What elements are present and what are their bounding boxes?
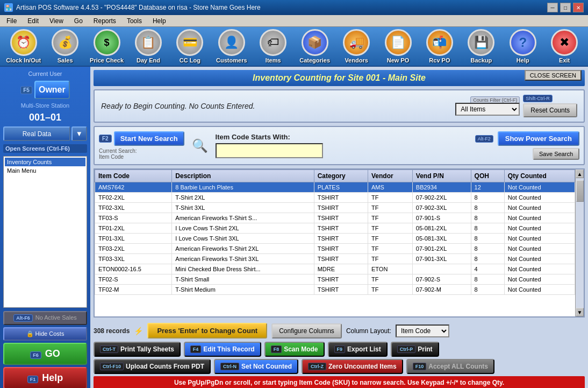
toolbar-backup[interactable]: 💾 Backup (462, 29, 500, 64)
vertical-scrollbar[interactable]: ▲ ▼ (575, 170, 584, 316)
counts-filter-select[interactable]: All Items Not Counted Counted (455, 103, 520, 116)
toolbar-clock[interactable]: ⏰ Clock In/Out (4, 29, 42, 64)
scroll-down-btn[interactable]: ▼ (576, 308, 584, 316)
menu-reports[interactable]: Reports (89, 16, 120, 26)
help-toolbar-icon: ? (510, 29, 536, 56)
new-po-icon: 📄 (385, 29, 412, 56)
menu-go[interactable]: Go (70, 16, 87, 26)
toolbar-sales[interactable]: 💰 Sales (46, 29, 84, 64)
accept-all-counts-btn: F10 Accept ALL Counts (406, 359, 494, 374)
search-input[interactable] (216, 143, 323, 158)
table-row[interactable]: TF03-2XLAmerican Fireworks T-Shirt 2XLTS… (95, 244, 575, 254)
bottom-bar: 308 records ⚡ Press 'Enter' to Change Co… (94, 321, 585, 388)
col-vend-pn[interactable]: Vend P/N (412, 170, 471, 182)
cc-log-icon: 💳 (176, 29, 203, 56)
close-screen-button[interactable]: CLOSE SCREEN (525, 70, 582, 81)
menu-edit[interactable]: Edit (23, 16, 43, 26)
exit-icon: ✖ (551, 29, 578, 56)
current-search-value: Item Code (99, 154, 124, 160)
records-row: 308 records ⚡ Press 'Enter' to Change Co… (94, 323, 585, 338)
table-row[interactable]: TF01-2XLI Love Cows T-Shirt 2XLTSHIRTTF0… (95, 223, 575, 234)
shift-ctrl-r-badge: Shift-Ctrl-R (523, 95, 553, 102)
ctrl-f10-badge: Ctrl-F10 (100, 363, 124, 370)
table-row[interactable]: TF01-3XLI Love Cows T-Shirt 3XLTSHIRTTF0… (95, 234, 575, 244)
scroll-thumb[interactable] (576, 180, 584, 202)
open-screens-list: Inventory Counts Main Menu (3, 156, 87, 308)
current-user-label: Current User (28, 70, 62, 77)
toolbar-cc-log[interactable]: 💳 CC Log (171, 29, 209, 64)
col-qty-counted[interactable]: Qty Counted (504, 170, 575, 182)
reset-counts-button[interactable]: Reset Counts (523, 103, 577, 117)
start-new-search-button[interactable]: Start New Search (114, 131, 184, 146)
table-row[interactable]: TF02-ST-Shirt SmallTSHIRTTF07-902-S8Not … (95, 274, 575, 285)
col-category[interactable]: Category (314, 170, 368, 182)
toolbar-new-po[interactable]: 📄 New PO (379, 29, 417, 64)
help-sidebar-button[interactable]: F1 Help (3, 367, 87, 388)
col-qoh[interactable]: QOH (471, 170, 504, 182)
table-scroll-area[interactable]: Item Code Description Category Vendor Ve… (95, 170, 575, 316)
save-search-button[interactable]: Save Search (533, 148, 579, 160)
table-row[interactable]: AMS76428 Barbie Lunch PlatesPLATESAMSBB2… (95, 182, 575, 193)
minimize-btn[interactable]: ─ (547, 3, 558, 12)
column-layout-label: Column Layout: (346, 327, 391, 335)
toolbar-price-check[interactable]: $ Price Check (88, 29, 126, 64)
screen-item-main-menu[interactable]: Main Menu (5, 166, 85, 175)
inventory-table: Item Code Description Category Vendor Ve… (94, 168, 585, 318)
close-btn[interactable]: ✕ (573, 3, 584, 12)
f1-badge: F1 (27, 376, 39, 383)
restore-btn[interactable]: □ (560, 3, 571, 12)
scan-mode-btn[interactable]: F8 Scan Mode (264, 342, 325, 357)
menu-view[interactable]: View (45, 16, 68, 26)
vendors-icon: 🚚 (343, 29, 370, 56)
table-row[interactable]: TF03-3XLAmerican Fireworks T-Shirt 3XLTS… (95, 254, 575, 264)
price-check-icon: $ (94, 29, 120, 56)
configure-columns-button[interactable]: Configure Columns (271, 323, 342, 338)
zero-uncounted-btn[interactable]: Ctrl-Z Zero Uncounted Items (302, 359, 403, 374)
toolbar-customers[interactable]: 👤 Customers (212, 29, 250, 64)
col-item-code[interactable]: Item Code (95, 170, 172, 182)
title-bar-text: Artisan POS Software 4.4.53 - "POS4448" … (16, 4, 261, 11)
change-count-button[interactable]: Press 'Enter' to Change Count (147, 323, 267, 338)
categories-icon: 📦 (302, 29, 328, 56)
col-description[interactable]: Description (172, 170, 314, 182)
table-row[interactable]: TF02-3XLT-Shirt 3XLTSHIRTTF07-902-3XL8No… (95, 203, 575, 213)
altf2-badge: Alt-F2 (475, 135, 493, 143)
toolbar-day-end[interactable]: 📋 Day End (129, 29, 167, 64)
menu-tools[interactable]: Tools (123, 16, 146, 26)
menu-bar: File Edit View Go Reports Tools Help (0, 15, 588, 27)
print-btn[interactable]: Ctrl-P Print (391, 342, 439, 357)
menu-file[interactable]: File (2, 16, 21, 26)
toolbar-categories[interactable]: 📦 Categories (296, 29, 334, 64)
scroll-track[interactable] (576, 178, 584, 308)
toolbar-rcv-po[interactable]: 📬 Rcv PO (420, 29, 458, 64)
rcv-po-icon: 📬 (426, 29, 453, 56)
upload-pdt-btn[interactable]: Ctrl-F10 Upload Counts From PDT (94, 359, 211, 374)
f8-badge: F8 (271, 345, 282, 353)
real-data-button[interactable]: Real Data (3, 126, 70, 141)
table-row[interactable]: TF03-SAmerican Fireworks T-Shirt S...TSH… (95, 213, 575, 223)
screen-item-inventory[interactable]: Inventory Counts (5, 158, 85, 166)
table-row[interactable]: TF02-2XLT-Shirt 2XLTSHIRTTF07-902-2XL8No… (95, 193, 575, 203)
print-tally-btn[interactable]: Ctrl-T Print Tally Sheets (94, 342, 181, 357)
toolbar-items[interactable]: 🏷 Items (254, 29, 292, 64)
menu-help[interactable]: Help (148, 16, 170, 26)
real-data-dropdown[interactable]: ▼ (71, 126, 87, 141)
scroll-up-btn[interactable]: ▲ (576, 170, 584, 178)
go-button[interactable]: F6 GO (3, 343, 87, 365)
hide-costs-button[interactable]: 🔒 Hide Costs (3, 327, 87, 341)
toolbar-help[interactable]: ? Help (504, 29, 542, 64)
toolbar-vendors[interactable]: 🚚 Vendors (337, 29, 375, 64)
toolbar-exit[interactable]: ✖ Exit (545, 29, 583, 64)
user-button[interactable]: Owner (34, 81, 70, 99)
action-row-2: Ctrl-F10 Upload Counts From PDT Ctrl-N S… (94, 359, 585, 374)
col-vendor[interactable]: Vendor (368, 170, 412, 182)
table-row[interactable]: TF02-MT-Shirt MediumTSHIRTTF07-902-M8Not… (95, 285, 575, 295)
multi-store-label: Multi-Store Station (3, 102, 87, 109)
edit-record-btn[interactable]: F4 Edit This Record (184, 342, 261, 357)
power-search-button[interactable]: Show Power Search (498, 131, 579, 146)
table-row[interactable]: ETON0002-16.5Mini Checked Blue Dress Shi… (95, 264, 575, 274)
export-list-btn[interactable]: F9 Export List (328, 342, 388, 357)
column-layout-select[interactable]: Item Code Description Category (396, 324, 449, 337)
set-not-counted-btn[interactable]: Ctrl-N Set Not Counted (214, 359, 298, 374)
ctrl-t-badge: Ctrl-T (100, 345, 118, 353)
